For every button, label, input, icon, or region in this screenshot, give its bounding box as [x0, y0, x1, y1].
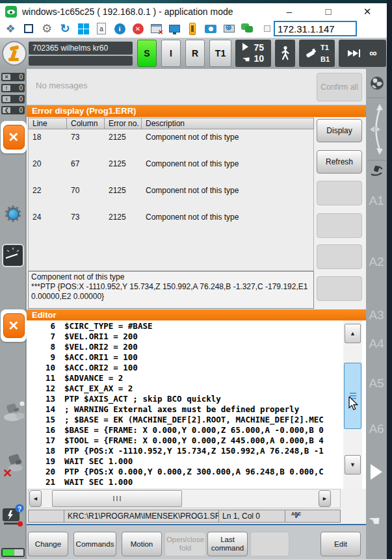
error-row[interactable]: 24732125Component not of this type [29, 209, 313, 236]
code-line[interactable]: 10$ACC.ORI2 = 100 [27, 363, 343, 373]
code-line[interactable]: 21WAIT SEC 1.000 [27, 477, 343, 488]
empty-action-button[interactable] [317, 276, 362, 301]
code-line[interactable]: 20PTP {POS:X 0.000,Y 0.000,Z 300.000,A 9… [27, 467, 343, 477]
column-header[interactable]: Description [142, 118, 313, 129]
code-line[interactable]: 18PTP {POS:X -1110.952,Y 15.734,Z 150.99… [27, 446, 343, 456]
clipboard-icon[interactable] [185, 21, 200, 36]
code-line[interactable]: 11$ADVANCE = 2 [27, 373, 343, 384]
close-editor-button-top[interactable]: ✕ [1, 121, 27, 153]
horizontal-scroll-thumb[interactable] [52, 490, 182, 507]
kuka-robot-logo-icon[interactable] [2, 41, 27, 66]
jog-mode-button[interactable] [275, 40, 295, 67]
mode-key-i[interactable]: I [161, 40, 181, 67]
line-code: PTP {POS:X -1110.952,Y 15.734,Z 150.992,… [64, 446, 324, 456]
maximize-button[interactable]: □ [319, 6, 338, 18]
globe-icon[interactable] [369, 75, 385, 91]
camera-icon[interactable] [203, 21, 218, 36]
code-line[interactable]: 7$VEL.ORI1 = 200 [27, 332, 343, 342]
counter-type-icon: ❮ [3, 107, 10, 113]
error-cell: 2125 [105, 156, 142, 183]
error-row[interactable]: 18732125Component not of this type [29, 129, 313, 156]
column-header[interactable]: Line [29, 118, 67, 129]
simulation-gear-icon[interactable]: ⚙ [1, 201, 25, 227]
program-run-icon [242, 43, 248, 51]
code-line[interactable]: 15; $BASE = EK (MACHINE_DEF[2].ROOT, MAC… [27, 415, 343, 425]
softkey-commands[interactable]: Commands [73, 532, 116, 556]
program-run-mode-button[interactable]: ∞ [339, 40, 386, 67]
mode-key-t1[interactable]: T1 [209, 40, 231, 67]
softkey-last-command[interactable]: Last command [207, 532, 248, 556]
column-header[interactable]: Column [67, 118, 105, 129]
code-line[interactable]: 19WAIT SEC 1.000 [27, 456, 343, 467]
timer-clock-icon[interactable] [2, 244, 24, 267]
file-letter-icon[interactable]: a [94, 21, 109, 36]
line-code: $VEL.ORI1 = 200 [64, 332, 138, 342]
mode-key-r[interactable]: R [185, 40, 205, 67]
swipe-gesture-icon[interactable] [369, 103, 384, 156]
code-line[interactable]: 9$ACC.ORI1 = 100 [27, 352, 343, 363]
scroll-down-button[interactable]: ▼ [345, 455, 361, 474]
scroll-right-button[interactable]: ► [319, 490, 331, 507]
softkey-change[interactable]: Change [28, 532, 68, 556]
softkey-empty[interactable] [250, 532, 289, 556]
tool-base-button[interactable]: T1 B1 [299, 40, 335, 67]
code-line[interactable]: 6$CIRC_TYPE = #BASE [27, 321, 343, 332]
close-window-icon[interactable] [148, 21, 164, 36]
info-icon[interactable]: i [112, 21, 127, 36]
refresh-button[interactable]: Refresh [317, 150, 362, 174]
empty-action-button[interactable] [317, 213, 362, 238]
message-counter[interactable]: i0 [1, 95, 25, 103]
close-editor-button-bottom[interactable]: ✕ [1, 309, 27, 342]
display-button[interactable]: Display [317, 119, 362, 142]
robot-cloud-icon[interactable] [2, 400, 25, 422]
monitor-icon[interactable] [166, 21, 182, 36]
error-row[interactable]: 22702125Component not of this type [29, 183, 313, 209]
gear-icon[interactable]: ⚙ [39, 21, 55, 36]
start-key-icon[interactable] [371, 464, 382, 480]
main-content: No messages Confirm all Error display (P… [27, 69, 366, 559]
softkey-edit[interactable]: Edit [320, 532, 361, 556]
error-row[interactable]: 20672125Component not of this type [29, 156, 313, 183]
column-header[interactable]: Error no. [105, 118, 142, 129]
message-counter[interactable]: ✕0 [1, 73, 25, 81]
error-table-body: 18732125Component not of this type206721… [28, 129, 314, 271]
editor-code[interactable]: 6$CIRC_TYPE = #BASE7$VEL.ORI1 = 2008$VEL… [27, 321, 343, 489]
editor-horizontal-scrollbar[interactable]: ◄ ► [28, 489, 341, 508]
close-button[interactable]: ✕ [358, 6, 377, 18]
target-monitor-icon[interactable] [221, 21, 237, 36]
softkey-open-close-fold[interactable]: Open/close fold [164, 532, 206, 556]
axis-tool-icon[interactable] [369, 164, 384, 178]
no-messages-text: No messages [36, 81, 87, 90]
vertical-scroll-thumb[interactable] [344, 363, 361, 429]
robot-nameplate[interactable]: 702365 wilhelms kr60 [29, 42, 133, 66]
code-line[interactable]: 12$ACT_EX_AX = 2 [27, 384, 343, 394]
confirm-all-button[interactable]: Confirm all [317, 73, 362, 101]
message-counter[interactable]: !0 [1, 84, 25, 92]
editor-panel[interactable]: 6$CIRC_TYPE = #BASE7$VEL.ORI1 = 2008$VEL… [27, 320, 366, 489]
code-line[interactable]: 13PTP $AXIS_ACT ; skip BCO quickly [27, 394, 343, 404]
message-counter[interactable]: ❮0 [1, 106, 25, 114]
minimize-button[interactable]: – [280, 6, 299, 18]
robot-error-icon[interactable]: ✕ [3, 452, 25, 478]
scroll-up-button[interactable]: ▲ [345, 324, 361, 343]
empty-action-button[interactable] [317, 244, 362, 269]
fullscreen-icon[interactable] [21, 21, 36, 36]
code-line[interactable]: 14; WARNING External axes must be define… [27, 404, 343, 415]
mode-key-s[interactable]: S [137, 40, 157, 67]
override-button[interactable]: ☚ 75 10 [235, 40, 271, 67]
softkey-motion[interactable]: Motion [122, 532, 162, 556]
code-line[interactable]: 8$VEL.ORI2 = 200 [27, 342, 343, 352]
scroll-left-button[interactable]: ◄ [29, 490, 42, 507]
host-checkbox[interactable] [264, 25, 270, 32]
jog-keys-hand-icon[interactable]: ☚ [369, 513, 380, 528]
ip-address-field[interactable] [274, 21, 357, 36]
diagnostics-help-icon[interactable]: ? [2, 503, 24, 529]
disconnect-icon[interactable]: ✕ [130, 21, 146, 36]
empty-action-button[interactable] [317, 181, 362, 205]
code-line[interactable]: 17$TOOL = {FRAME: X 0.000,Y 0.000,Z 445.… [27, 436, 343, 446]
code-line[interactable]: 16$BASE = {FRAME: X 0.000,Y 0.000,Z 65.0… [27, 425, 343, 436]
refresh-icon[interactable]: ↻ [57, 21, 73, 36]
blocks-icon[interactable]: ❖ [3, 21, 18, 36]
chat-icon[interactable] [239, 21, 255, 36]
windows-logo-icon[interactable] [75, 21, 91, 36]
